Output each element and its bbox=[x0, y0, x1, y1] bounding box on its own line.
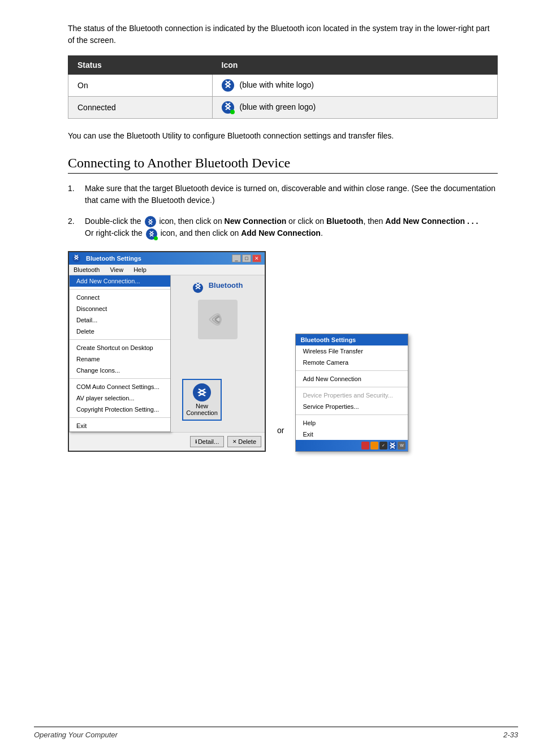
step-number-2: 2. bbox=[68, 215, 85, 227]
list-item: 1. Make sure that the target Bluetooth d… bbox=[68, 183, 498, 206]
main-content: The status of the Bluetooth connection i… bbox=[68, 23, 498, 452]
intro-paragraph: The status of the Bluetooth connection i… bbox=[68, 23, 498, 46]
col-header-status: Status bbox=[68, 56, 213, 75]
dropdown-item-exit[interactable]: Exit bbox=[70, 420, 170, 431]
taskbar-icon-1 bbox=[361, 442, 369, 450]
context-menu-remote-camera[interactable]: Remote Camera bbox=[296, 357, 408, 368]
taskbar-icon-5: W bbox=[398, 442, 406, 450]
list-item: 2. Double-click the icon, then click on … bbox=[68, 215, 498, 240]
window-body: Add New Connection... Connect Disconnect… bbox=[69, 275, 265, 432]
page-container: The status of the Bluetooth connection i… bbox=[0, 0, 552, 756]
dropdown-item-com-auto[interactable]: COM Auto Connect Settings... bbox=[70, 381, 170, 392]
or-label: or bbox=[277, 426, 284, 452]
bluetooth-icon-blue bbox=[222, 79, 234, 92]
taskbar: ✓ W bbox=[296, 440, 408, 451]
separator bbox=[296, 387, 408, 387]
bluetooth-settings-window: Bluetooth Settings _ □ ✕ Bluetooth View … bbox=[68, 251, 266, 452]
delete-button[interactable]: ✕ Delete bbox=[227, 436, 261, 447]
bluetooth-dropdown-menu: Add New Connection... Connect Disconnect… bbox=[69, 275, 171, 432]
step-text-1: Make sure that the target Bluetooth devi… bbox=[85, 183, 498, 206]
footer-right-text: 2-33 bbox=[503, 731, 518, 739]
dropdown-item-copyright[interactable]: Copyright Protection Setting... bbox=[70, 404, 170, 415]
context-menu-help[interactable]: Help bbox=[296, 417, 408, 429]
bluetooth-inline-icon-2 bbox=[146, 228, 157, 240]
screenshots-area: Bluetooth Settings _ □ ✕ Bluetooth View … bbox=[68, 251, 498, 452]
window-controls: _ □ ✕ bbox=[232, 254, 261, 262]
footer-left-text: Operating Your Computer bbox=[34, 731, 118, 739]
utility-paragraph: You can use the Bluetooth Utility to con… bbox=[68, 130, 498, 142]
menu-help[interactable]: Help bbox=[131, 266, 149, 274]
context-menu-add-new-connection[interactable]: Add New Connection bbox=[296, 373, 408, 385]
window-menubar: Bluetooth View Help bbox=[69, 265, 265, 275]
bluetooth-icon-green bbox=[222, 101, 234, 114]
dropdown-item-detail[interactable]: Detail... bbox=[70, 314, 170, 326]
bluetooth-brand-text: Bluetooth bbox=[209, 281, 243, 290]
new-connection-label: New Connection bbox=[186, 403, 218, 416]
separator bbox=[70, 378, 170, 379]
status-table: Status Icon On (blue with white log bbox=[68, 55, 498, 119]
context-menu-service-properties[interactable]: Service Properties... bbox=[296, 401, 408, 412]
icon-green-desc: (blue with green logo) bbox=[239, 102, 316, 111]
step2-part1: Double-click the bbox=[85, 217, 144, 226]
window-main-area: Bluetooth bbox=[171, 275, 265, 432]
menu-view[interactable]: View bbox=[107, 266, 126, 274]
dropdown-item-rename[interactable]: Rename bbox=[70, 353, 170, 365]
context-menu-device-properties[interactable]: Device Properties and Security... bbox=[296, 390, 408, 401]
new-connection-icon bbox=[193, 383, 211, 401]
table-row: Connected (blue with green logo) bbox=[68, 97, 498, 119]
page-footer: Operating Your Computer 2-33 bbox=[34, 727, 518, 739]
context-menu-wireless-file[interactable]: Wireless File Transfer bbox=[296, 345, 408, 357]
section-heading: Connecting to Another Bluetooth Device bbox=[68, 155, 498, 174]
detail-button[interactable]: ℹ Detail... bbox=[190, 436, 224, 447]
bluetooth-inline-icon bbox=[145, 216, 156, 227]
dropdown-item-add-new-connection[interactable]: Add New Connection... bbox=[70, 275, 170, 287]
minimize-button[interactable]: _ bbox=[232, 254, 241, 262]
status-connected: Connected bbox=[68, 97, 213, 119]
table-row: On (blue with white logo) bbox=[68, 75, 498, 97]
separator bbox=[70, 339, 170, 340]
new-connection-area: New Connection bbox=[182, 379, 222, 421]
context-menu-exit[interactable]: Exit bbox=[296, 429, 408, 440]
window-titlebar: Bluetooth Settings _ □ ✕ bbox=[69, 252, 265, 265]
logo-icon bbox=[193, 283, 203, 293]
window-title-left: Bluetooth Settings bbox=[72, 254, 141, 262]
context-menu-header: Bluetooth Settings bbox=[296, 334, 408, 345]
close-button[interactable]: ✕ bbox=[252, 254, 261, 262]
status-on: On bbox=[68, 75, 213, 97]
step2-part3: icon, and then click on Add New Connecti… bbox=[161, 228, 323, 237]
new-connection-button[interactable]: New Connection bbox=[182, 379, 222, 421]
icon-blue-desc: (blue with white logo) bbox=[239, 80, 314, 89]
dropdown-item-change-icons[interactable]: Change Icons... bbox=[70, 365, 170, 376]
bluetooth-logo-area: Bluetooth bbox=[193, 281, 243, 339]
window-icon bbox=[72, 254, 80, 262]
right-context-menu: Bluetooth Settings Wireless File Transfe… bbox=[295, 334, 408, 452]
dropdown-item-connect[interactable]: Connect bbox=[70, 292, 170, 303]
separator bbox=[296, 370, 408, 371]
taskbar-icon-4 bbox=[389, 442, 396, 450]
separator bbox=[70, 417, 170, 418]
dropdown-item-shortcut[interactable]: Create Shortcut on Desktop bbox=[70, 342, 170, 353]
maximize-button[interactable]: □ bbox=[242, 254, 251, 262]
icon-connected: (blue with green logo) bbox=[212, 97, 497, 119]
delete-label: Delete bbox=[238, 438, 256, 445]
taskbar-icon-2 bbox=[370, 442, 378, 450]
separator bbox=[70, 289, 170, 290]
steps-list: 1. Make sure that the target Bluetooth d… bbox=[68, 183, 498, 240]
dropdown-item-av-player[interactable]: AV player selection... bbox=[70, 392, 170, 404]
window-footer: ℹ Detail... ✕ Delete bbox=[69, 432, 265, 451]
col-header-icon: Icon bbox=[212, 56, 497, 75]
window-title-text: Bluetooth Settings bbox=[86, 255, 141, 262]
step-text-2: Double-click the icon, then click on New… bbox=[85, 215, 498, 240]
icon-on: (blue with white logo) bbox=[212, 75, 497, 97]
step-number-1: 1. bbox=[68, 183, 85, 195]
delete-icon: ✕ bbox=[232, 439, 237, 444]
dropdown-item-delete[interactable]: Delete bbox=[70, 326, 170, 337]
detail-icon: ℹ bbox=[195, 439, 197, 444]
taskbar-icon-3: ✓ bbox=[380, 442, 387, 450]
bluetooth-wave-graphic bbox=[198, 300, 238, 339]
menu-bluetooth[interactable]: Bluetooth bbox=[71, 266, 102, 274]
detail-label: Detail... bbox=[198, 438, 219, 445]
separator bbox=[296, 414, 408, 415]
dropdown-item-disconnect[interactable]: Disconnect bbox=[70, 303, 170, 314]
